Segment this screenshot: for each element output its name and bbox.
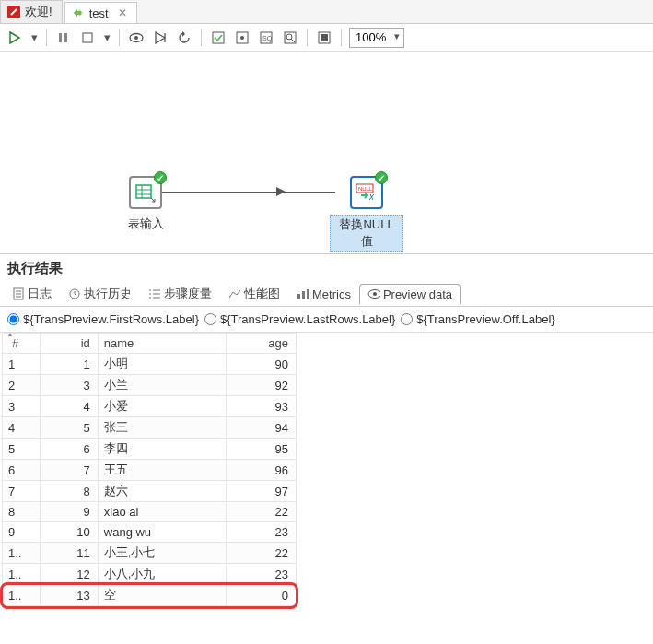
tab-preview-data[interactable]: Preview data — [359, 284, 461, 304]
svg-rect-35 — [297, 294, 300, 299]
radio-input[interactable] — [204, 313, 216, 325]
separator — [46, 29, 47, 46]
debug-icon[interactable] — [151, 29, 169, 47]
table-row[interactable]: 89xiao ai22 — [3, 502, 297, 522]
list-icon — [148, 287, 161, 300]
table-row[interactable]: 56李四95 — [3, 439, 297, 460]
impact-icon[interactable] — [233, 29, 251, 47]
node-replace-null[interactable]: NULLx ✓ 替换NULL值 — [330, 176, 403, 252]
separator — [341, 29, 342, 46]
preview-mode-row: ${TransPreview.FirstRows.Label} ${TransP… — [0, 307, 653, 333]
chart-icon — [228, 287, 241, 300]
transform-icon — [71, 6, 86, 20]
tab-metrics[interactable]: Metrics — [288, 284, 359, 304]
table-row[interactable]: 11小明90 — [3, 354, 297, 375]
table-row[interactable]: 45张三94 — [3, 417, 297, 439]
cell-id: 12 — [40, 564, 98, 585]
svg-rect-36 — [302, 291, 305, 299]
col-id[interactable]: id — [40, 334, 98, 354]
table-row[interactable]: 67王五96 — [3, 460, 297, 481]
cell-name: 王五 — [98, 460, 226, 481]
run-icon[interactable] — [6, 29, 24, 47]
check-badge-icon: ✓ — [375, 171, 388, 184]
table-header-row: ▴# id name age — [3, 334, 297, 354]
cell-name: 空 — [98, 585, 226, 606]
cell-name: 小兰 — [98, 375, 226, 396]
cell-rownum: 3 — [3, 396, 41, 417]
col-name[interactable]: name — [98, 334, 226, 354]
cell-rownum: 1.. — [3, 564, 41, 585]
table-row[interactable]: 910wang wu23 — [3, 522, 297, 543]
radio-input[interactable] — [7, 313, 19, 325]
stop-icon[interactable] — [78, 29, 97, 47]
table-row[interactable]: 1..11小王,小七22 — [3, 543, 297, 564]
tab-label: 执行历史 — [84, 286, 132, 302]
cell-id: 9 — [40, 502, 98, 522]
check-icon[interactable] — [209, 29, 227, 47]
cell-name: 赵六 — [98, 481, 226, 502]
cell-age: 94 — [227, 417, 297, 439]
cell-age: 22 — [227, 502, 297, 522]
svg-rect-37 — [307, 289, 309, 299]
pause-icon[interactable] — [54, 29, 73, 47]
table-row[interactable]: 1..13空0 — [3, 585, 297, 606]
svg-rect-2 — [64, 33, 67, 42]
cell-age: 96 — [227, 460, 297, 481]
tab-test[interactable]: test ✕ — [64, 2, 137, 23]
svg-text:SQ: SQ — [262, 35, 273, 42]
hop-arrow[interactable] — [162, 192, 335, 193]
table-row[interactable]: 23小兰92 — [3, 375, 297, 396]
col-age[interactable]: age — [227, 334, 297, 354]
svg-rect-1 — [59, 33, 62, 42]
stop-dropdown-icon[interactable]: ▾ — [102, 29, 111, 47]
tab-log[interactable]: 日志 — [4, 282, 60, 305]
zoom-select[interactable]: 100% — [349, 28, 404, 48]
tab-label: 欢迎! — [25, 4, 52, 20]
run-dropdown-icon[interactable]: ▾ — [29, 29, 39, 47]
replay-icon[interactable] — [175, 29, 193, 47]
explore-icon[interactable] — [281, 29, 299, 47]
transform-canvas[interactable]: ✓ 表输入 NULLx ✓ 替换NULL值 — [0, 52, 653, 254]
cell-id: 11 — [40, 543, 98, 564]
cell-rownum: 1.. — [3, 585, 41, 606]
tab-history[interactable]: 执行历史 — [60, 282, 140, 305]
table-row[interactable]: 34小爱93 — [3, 396, 297, 417]
radio-label: ${TransPreview.Off.Label} — [416, 312, 554, 326]
eye-icon — [367, 287, 380, 300]
tab-welcome[interactable]: 欢迎! — [0, 0, 63, 23]
tab-step-metrics[interactable]: 步骤度量 — [140, 282, 220, 305]
col-rownum[interactable]: ▴# — [3, 334, 41, 354]
cell-name: 小王,小七 — [98, 543, 226, 564]
radio-last-rows[interactable]: ${TransPreview.LastRows.Label} — [204, 312, 395, 326]
replace-null-icon: NULLx ✓ — [350, 176, 383, 209]
sql-icon[interactable]: SQ — [257, 29, 275, 47]
tab-performance[interactable]: 性能图 — [220, 282, 288, 305]
show-results-icon[interactable] — [315, 29, 333, 47]
cell-id: 3 — [40, 375, 98, 396]
svg-rect-7 — [213, 32, 224, 43]
log-icon — [12, 287, 25, 300]
radio-off[interactable]: ${TransPreview.Off.Label} — [401, 312, 554, 326]
close-icon[interactable]: ✕ — [118, 6, 127, 19]
cell-age: 93 — [227, 396, 297, 417]
editor-tabs: 欢迎! test ✕ — [0, 0, 653, 24]
cell-rownum: 2 — [3, 375, 41, 396]
cell-id: 4 — [40, 396, 98, 417]
node-label: 替换NULL值 — [330, 215, 403, 252]
svg-point-39 — [373, 292, 377, 296]
radio-first-rows[interactable]: ${TransPreview.FirstRows.Label} — [7, 312, 199, 326]
cell-id: 8 — [40, 481, 98, 502]
table-row[interactable]: 78赵六97 — [3, 481, 297, 502]
preview-table[interactable]: ▴# id name age 11小明9023小兰9234小爱9345张三945… — [2, 333, 297, 606]
tab-label: Metrics — [312, 287, 351, 301]
tab-label: Preview data — [383, 287, 452, 301]
table-row[interactable]: 1..12小八,小九23 — [3, 564, 297, 585]
cell-id: 5 — [40, 417, 98, 439]
svg-line-14 — [291, 39, 295, 42]
cell-name: 小八,小九 — [98, 564, 226, 585]
node-table-input[interactable]: ✓ 表输入 — [109, 176, 182, 233]
preview-icon[interactable] — [127, 29, 146, 47]
history-icon — [68, 287, 81, 300]
svg-point-9 — [240, 36, 244, 40]
radio-input[interactable] — [401, 313, 413, 325]
